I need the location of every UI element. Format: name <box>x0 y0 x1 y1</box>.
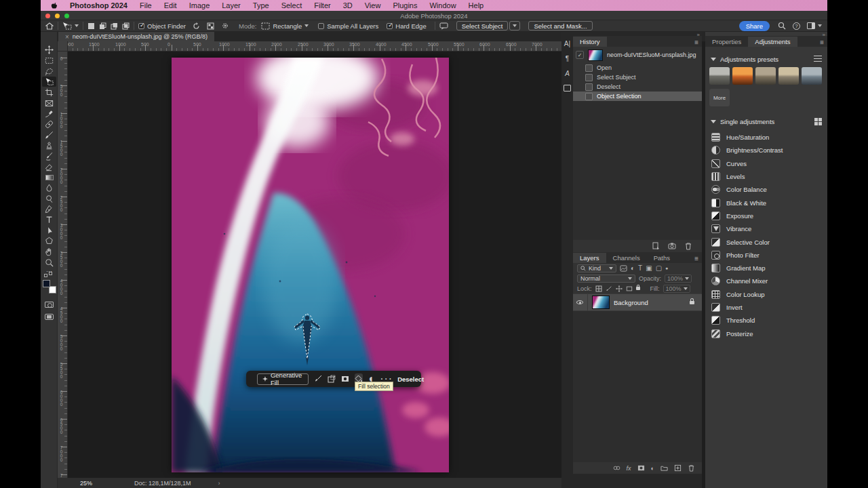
adjustments-presets-header[interactable]: Adjustments presets <box>705 54 827 64</box>
horizontal-ruler[interactable]: 2000 1500 1000 500 0 500 1000 1500 2000 … <box>58 41 578 52</box>
filter-smart-objects-icon[interactable]: ▢ <box>656 264 662 272</box>
history-brush-source-icon[interactable]: ✓ <box>576 51 584 59</box>
history-state-row[interactable]: Open <box>573 63 702 73</box>
history-state-row[interactable]: Deselect <box>573 82 702 92</box>
tab-adjustments[interactable]: Adjustments <box>748 37 797 47</box>
adjustment-posterize[interactable]: Posterize <box>705 327 827 340</box>
screen-mode-icon[interactable] <box>45 314 54 320</box>
lock-all-icon[interactable] <box>636 287 640 290</box>
layer-thumbnail[interactable] <box>592 296 610 309</box>
preset-thumbnail[interactable] <box>709 67 730 85</box>
panel-menu-icon[interactable]: ≡ <box>694 255 698 262</box>
lock-position-icon[interactable] <box>616 285 623 292</box>
dodge-tool[interactable] <box>42 194 56 204</box>
pen-tool[interactable] <box>42 204 56 214</box>
path-selection-tool[interactable] <box>42 226 56 236</box>
foreground-background-colors[interactable] <box>43 280 56 293</box>
filter-toggle-icon[interactable]: ● <box>665 266 668 270</box>
character-panel-icon[interactable]: A| <box>561 40 573 47</box>
adjustment-channel-mixer[interactable]: Channel Mixer <box>705 274 827 287</box>
brush-tool[interactable] <box>42 130 56 140</box>
share-button[interactable]: Share <box>739 21 770 31</box>
layer-effects-icon[interactable]: fx <box>627 465 631 472</box>
layer-name[interactable]: Background <box>614 299 648 306</box>
adjustment-threshold[interactable]: Threshold <box>705 314 827 327</box>
panel-collapse-icon[interactable]: » <box>823 32 825 38</box>
filter-type-layers-icon[interactable]: T <box>638 264 642 272</box>
type-tool[interactable] <box>42 215 56 225</box>
hard-edge-checkbox[interactable]: ✓ <box>387 23 393 29</box>
new-document-from-state-icon[interactable] <box>652 242 660 250</box>
lock-paint-icon[interactable] <box>606 285 612 292</box>
trash-icon[interactable] <box>684 242 692 250</box>
menu-item-3d[interactable]: 3D <box>343 1 353 9</box>
filter-pixel-layers-icon[interactable] <box>620 265 627 272</box>
more-presets-button[interactable]: More <box>709 89 730 106</box>
adjustment-brightness-contrast[interactable]: Brightness/Contrast <box>705 144 827 157</box>
adjustment-levels[interactable]: Levels <box>705 170 827 183</box>
search-icon[interactable] <box>778 22 786 30</box>
menu-item-plugins[interactable]: Plugins <box>393 1 417 9</box>
history-brush-tool[interactable] <box>42 151 56 161</box>
document-size[interactable]: Doc: 128,1M/128,1M <box>134 480 191 487</box>
foreground-color-swatch[interactable] <box>43 280 50 287</box>
object-finder-checkbox[interactable]: ✓ <box>138 23 144 29</box>
single-adjustments-header[interactable]: Single adjustments <box>705 116 827 127</box>
select-subject-button[interactable]: Select Subject <box>456 21 509 30</box>
adjustment-black-white[interactable]: Black & White <box>705 196 827 209</box>
menu-item-type[interactable]: Type <box>253 1 269 9</box>
preset-thumbnail[interactable] <box>732 67 753 85</box>
eraser-tool[interactable] <box>42 162 56 172</box>
gradient-tool[interactable] <box>42 172 56 182</box>
paragraph-panel-icon[interactable]: ¶ <box>561 55 573 62</box>
filter-shape-layers-icon[interactable]: ▣ <box>646 264 652 272</box>
menu-app-name[interactable]: Photoshop 2024 <box>70 1 127 9</box>
object-selection-tool[interactable] <box>42 77 56 87</box>
apple-logo-icon[interactable] <box>50 1 58 10</box>
menu-item-edit[interactable]: Edit <box>164 1 177 9</box>
blur-tool[interactable] <box>42 183 56 193</box>
canvas-area[interactable]: Generative Fill ◐ ··· Deselect Fill sele… <box>68 52 561 478</box>
document-tab[interactable]: × neom-duIVtESluoM-unsplash.jpg @ 25% (R… <box>58 32 214 41</box>
new-group-folder-icon[interactable] <box>660 464 668 472</box>
trash-icon[interactable] <box>688 464 695 472</box>
shape-tool[interactable] <box>42 236 56 246</box>
tab-paths[interactable]: Paths <box>647 253 677 263</box>
hand-tool[interactable] <box>42 247 56 257</box>
history-snapshot-row[interactable]: ✓ neom-duIVtESluoM-unsplash.jpg <box>573 47 702 63</box>
menu-item-select[interactable]: Select <box>281 1 302 9</box>
object-selection-tool-preset-icon[interactable] <box>62 22 72 30</box>
mode-value[interactable]: Rectangle <box>273 22 302 30</box>
clone-stamp-tool[interactable] <box>42 140 56 150</box>
tab-layers[interactable]: Layers <box>573 253 606 263</box>
preset-thumbnail[interactable] <box>802 67 822 85</box>
new-snapshot-camera-icon[interactable] <box>668 242 676 250</box>
add-to-selection-icon[interactable] <box>328 373 336 385</box>
menu-item-file[interactable]: File <box>140 1 152 9</box>
new-adjustment-layer-icon[interactable]: ◐ <box>651 465 654 472</box>
panel-collapse-icon[interactable]: » <box>697 32 700 38</box>
adjustment-curves[interactable]: Curves <box>705 157 827 170</box>
close-tab-icon[interactable]: × <box>65 33 69 41</box>
menu-item-layer[interactable]: Layer <box>222 1 241 9</box>
home-icon[interactable] <box>45 22 54 30</box>
preset-thumbnail[interactable] <box>755 67 776 85</box>
ruler-origin-corner[interactable] <box>58 41 68 52</box>
show-all-objects-icon[interactable] <box>207 22 214 30</box>
feedback-icon[interactable] <box>439 22 448 30</box>
eyedropper-tool[interactable] <box>42 108 56 119</box>
grid-view-icon[interactable] <box>814 118 822 125</box>
adjustment-gradient-map[interactable]: Gradient Map <box>705 262 827 274</box>
adjustment-exposure[interactable]: Exposure <box>705 209 827 222</box>
glyphs-panel-icon[interactable]: A <box>561 70 573 77</box>
generative-fill-button[interactable]: Generative Fill <box>257 373 309 385</box>
status-expand-icon[interactable]: › <box>218 480 220 487</box>
adjustment-invert[interactable]: Invert <box>705 301 827 314</box>
rectangular-marquee-tool[interactable] <box>42 56 56 66</box>
workspace-icon[interactable] <box>807 22 815 29</box>
chevron-down-icon[interactable] <box>818 24 822 27</box>
link-layers-icon[interactable] <box>613 464 620 472</box>
adjustment-vibrance[interactable]: Vibrance <box>705 222 827 235</box>
menu-item-view[interactable]: View <box>365 1 381 9</box>
opacity-value[interactable]: 100% <box>665 274 692 283</box>
